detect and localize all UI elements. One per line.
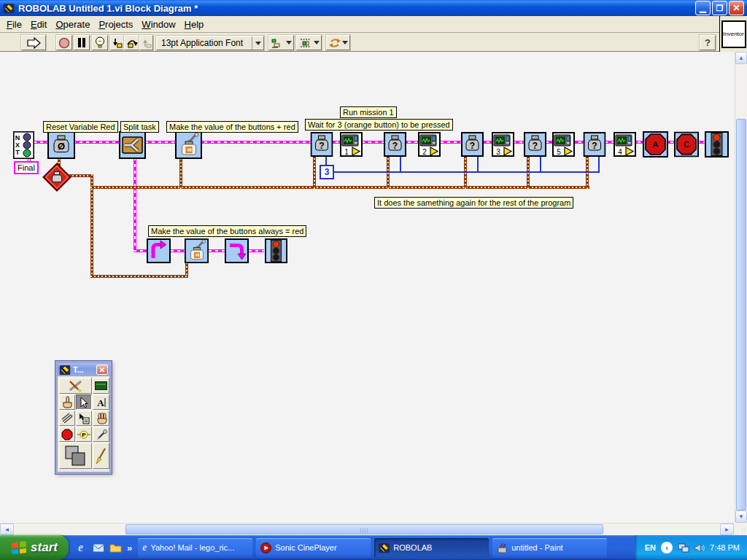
node-nxt-begin[interactable]: N X T: [13, 131, 34, 159]
window-title: ROBOLAB Untitled 1.vi Block Diagram *: [18, 3, 198, 14]
task-paint[interactable]: untitled - Paint: [492, 538, 607, 558]
menu-projects[interactable]: Projects: [96, 18, 139, 31]
horizontal-scroll-thumb[interactable]: ||||: [125, 524, 603, 534]
pause-button[interactable]: [74, 35, 90, 50]
label-make-always-red[interactable]: Make the value of the buttons always = r…: [148, 225, 306, 237]
task-robolab[interactable]: ROBOLAB: [374, 538, 489, 558]
node-fill-container-always[interactable]: [185, 238, 209, 263]
node-reset-variable[interactable]: Ø: [47, 131, 75, 159]
label-reset-variable[interactable]: Reset Variable Red: [43, 121, 118, 133]
svg-text:?: ?: [392, 141, 398, 151]
scroll-up-button[interactable]: ▲: [735, 52, 747, 64]
scroll-left-button[interactable]: ◄: [0, 524, 14, 535]
label-run-mission[interactable]: Run mission 1: [340, 106, 397, 118]
auto-tool-button[interactable]: [59, 378, 92, 394]
vertical-scrollbar[interactable]: ▲ ▼: [735, 52, 747, 523]
help-button[interactable]: ?: [700, 35, 716, 50]
label-repeat-note[interactable]: It does the samething again for the rest…: [374, 197, 573, 209]
node-stop-c[interactable]: C: [674, 131, 699, 158]
node-run-mission-4[interactable]: 4: [614, 132, 636, 157]
node-fill-container-plus[interactable]: [175, 131, 202, 159]
language-indicator[interactable]: EN: [645, 543, 656, 552]
wire-tool-button[interactable]: [59, 411, 75, 426]
node-run-mission-2[interactable]: 2: [418, 132, 441, 157]
horizontal-scrollbar[interactable]: ◄ |||| ►: [0, 523, 734, 535]
highlight-execution-button[interactable]: [92, 35, 108, 50]
probe-tool-button[interactable]: P: [76, 427, 92, 442]
quick-launch-mail-icon[interactable]: [92, 542, 104, 554]
label-wait-orange[interactable]: Wait for 3 (orange button) to be pressed: [305, 119, 453, 131]
node-traffic-light-loop[interactable]: [264, 238, 288, 263]
block-diagram[interactable]: Reset Variable Red Split task Make the v…: [0, 52, 735, 523]
volume-tray-icon[interactable]: [694, 543, 705, 553]
start-button[interactable]: start: [0, 535, 69, 560]
abort-button[interactable]: [56, 35, 72, 50]
node-traffic-light-end[interactable]: [705, 131, 729, 158]
position-tool-button[interactable]: [76, 394, 92, 410]
node-wait-container-2[interactable]: ?: [384, 132, 406, 157]
menu-operate[interactable]: Operate: [53, 18, 96, 31]
run-button[interactable]: [21, 35, 46, 50]
node-wait-container-3[interactable]: ?: [461, 132, 484, 157]
color-copy-tool-button[interactable]: [93, 427, 109, 442]
node-wait-container-1[interactable]: ?: [310, 132, 333, 157]
node-variable-container[interactable]: [42, 163, 71, 192]
node-loop-start[interactable]: [147, 238, 171, 263]
quick-launch-ie-icon[interactable]: e: [74, 542, 87, 554]
numeric-constant[interactable]: 3: [320, 165, 334, 179]
node-wait-container-4[interactable]: ?: [524, 132, 546, 157]
menu-edit[interactable]: Edit: [28, 18, 53, 31]
node-run-mission-3[interactable]: 3: [492, 132, 514, 157]
vi-icon[interactable]: Inventor: [721, 20, 746, 48]
font-dropdown-arrow-icon[interactable]: [252, 36, 263, 50]
task-yahoo-mail[interactable]: e Yahoo! Mail - lego_ric...: [138, 538, 252, 558]
step-over-button[interactable]: [124, 35, 139, 50]
node-loop-end[interactable]: [225, 238, 249, 263]
operate-value-tool-button[interactable]: [59, 394, 75, 410]
title-bar[interactable]: ROBOLAB Untitled 1.vi Block Diagram * ▁ …: [0, 0, 747, 16]
scroll-right-button[interactable]: ►: [720, 524, 734, 535]
node-run-mission-1[interactable]: 1: [340, 132, 363, 157]
network-tray-icon[interactable]: [678, 543, 689, 553]
brush-tool-button[interactable]: [93, 443, 109, 469]
menu-window[interactable]: Window: [139, 18, 182, 31]
breakpoint-tool-button[interactable]: [59, 427, 75, 442]
tools-palette-titlebar[interactable]: T... ✕: [58, 363, 109, 376]
label-split-task[interactable]: Split task: [120, 121, 159, 133]
node-split-task[interactable]: [119, 131, 146, 159]
svg-text:?: ?: [470, 141, 475, 151]
auto-tool-led-button[interactable]: [93, 378, 109, 394]
menu-help[interactable]: Help: [182, 18, 211, 31]
label-make-plus-red[interactable]: Make the value of the buttons + red: [166, 121, 298, 133]
hide-icons-chevron[interactable]: ‹: [661, 542, 673, 553]
quick-launch-folder-icon[interactable]: [109, 542, 122, 554]
quick-launch-more-icon[interactable]: »: [127, 542, 132, 553]
set-color-tool-button[interactable]: [59, 443, 92, 469]
node-run-mission-5[interactable]: 5: [552, 132, 575, 157]
clock[interactable]: 7:48 PM: [710, 543, 740, 552]
resize-grip[interactable]: ∷: [734, 523, 747, 535]
minimize-button[interactable]: ▁: [695, 1, 711, 15]
text-tool-button[interactable]: A: [93, 394, 109, 410]
reorder-button[interactable]: [326, 35, 350, 50]
abort-icon: [58, 37, 70, 49]
step-into-button[interactable]: [110, 35, 124, 50]
tools-palette-window[interactable]: T... ✕: [55, 361, 112, 474]
vertical-scroll-thumb[interactable]: [736, 119, 746, 510]
node-wait-container-5[interactable]: ?: [583, 132, 606, 157]
scroll-tool-button[interactable]: [93, 411, 109, 426]
shortcut-menu-tool-button[interactable]: [76, 411, 92, 426]
label-final[interactable]: Final: [14, 161, 39, 174]
node-stop-a[interactable]: A: [643, 131, 668, 158]
scroll-down-button[interactable]: ▼: [735, 510, 747, 523]
step-out-button[interactable]: [139, 35, 153, 50]
distribute-objects-button[interactable]: [296, 35, 322, 50]
align-objects-button[interactable]: [268, 35, 294, 50]
help-label: ?: [705, 37, 711, 48]
close-button[interactable]: ✕: [729, 1, 744, 15]
font-selector[interactable]: 13pt Application Font: [156, 36, 264, 50]
restore-button[interactable]: ❐: [712, 1, 727, 15]
task-sonic-cineplayer[interactable]: Sonic CinePlayer: [256, 538, 371, 558]
tools-palette-close-button[interactable]: ✕: [96, 365, 108, 375]
menu-file[interactable]: File: [4, 18, 28, 31]
